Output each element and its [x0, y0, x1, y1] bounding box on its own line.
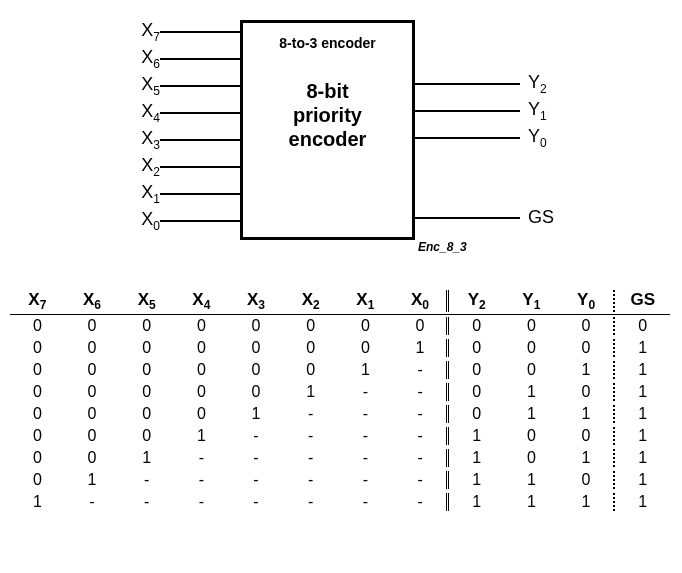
tt-cell: 1: [446, 493, 504, 511]
tt-cell: -: [283, 427, 338, 445]
tt-cell: 0: [504, 361, 559, 379]
tt-cell: 1: [559, 449, 614, 467]
tt-cell-gs: 1: [613, 471, 670, 489]
tt-cell: 0: [504, 427, 559, 445]
tt-header-cell: X5: [119, 290, 174, 312]
tt-cell: -: [393, 493, 448, 511]
tt-cell: 0: [504, 449, 559, 467]
tt-cell: 0: [174, 339, 229, 357]
tt-cell-gs: 1: [613, 493, 670, 511]
tt-cell: 0: [559, 471, 614, 489]
tt-header-cell: X2: [283, 290, 338, 312]
tt-cell: 0: [174, 361, 229, 379]
tt-header-cell: X1: [338, 290, 393, 312]
tt-cell: -: [283, 471, 338, 489]
wire-out: [415, 83, 520, 85]
tt-cell: 1: [283, 383, 338, 401]
tt-cell: 1: [174, 427, 229, 445]
table-row: 0000001-0011: [10, 359, 670, 381]
wire-in: [160, 139, 240, 141]
tt-header-cell: X0: [393, 290, 448, 312]
tt-cell: 0: [446, 339, 504, 357]
tt-cell: 0: [283, 317, 338, 335]
box-subtitle-3: encoder: [243, 127, 412, 151]
tt-cell: 1: [559, 361, 614, 379]
output-label: Y2: [528, 72, 547, 96]
truth-table: X7X6X5X4X3X2X1X0Y2Y1Y0GS 000000000000000…: [10, 290, 670, 513]
input-label: X5: [130, 74, 160, 98]
tt-cell: 1: [338, 361, 393, 379]
tt-cell: 0: [119, 361, 174, 379]
tt-cell: 1: [393, 339, 448, 357]
tt-cell: -: [338, 405, 393, 423]
tt-cell: 0: [65, 383, 120, 401]
output-line-y2: Y2: [415, 70, 547, 97]
tt-cell: -: [283, 449, 338, 467]
tt-cell: 0: [174, 383, 229, 401]
input-label: X3: [130, 128, 160, 152]
tt-cell-gs: 0: [613, 317, 670, 335]
tt-cell: 1: [559, 493, 614, 511]
output-line-y1: Y1: [415, 97, 547, 124]
tt-cell: 1: [504, 383, 559, 401]
input-label: X2: [130, 155, 160, 179]
input-line-x4: X4: [130, 99, 240, 126]
tt-cell: 1: [504, 471, 559, 489]
tt-cell: -: [338, 493, 393, 511]
tt-cell: -: [283, 493, 338, 511]
tt-header-cell: X3: [229, 290, 284, 312]
tt-cell: -: [119, 493, 174, 511]
tt-cell-gs: 1: [613, 427, 670, 445]
tt-cell: -: [174, 471, 229, 489]
tt-cell: 0: [10, 361, 65, 379]
tt-cell: -: [174, 493, 229, 511]
wire-out: [415, 110, 520, 112]
tt-cell: -: [119, 471, 174, 489]
tt-cell: -: [393, 449, 448, 467]
tt-cell: 1: [446, 449, 504, 467]
tt-cell: 0: [446, 405, 504, 423]
input-line-x5: X5: [130, 72, 240, 99]
tt-cell: 0: [446, 361, 504, 379]
table-row: 000001--0101: [10, 381, 670, 403]
tt-cell: 0: [119, 317, 174, 335]
tt-cell: 0: [119, 339, 174, 357]
tt-cell: 0: [446, 317, 504, 335]
tt-cell: -: [229, 449, 284, 467]
tt-cell: -: [393, 405, 448, 423]
tt-cell: 0: [559, 427, 614, 445]
tt-cell: 0: [446, 383, 504, 401]
tt-cell: 0: [229, 339, 284, 357]
tt-cell: 0: [559, 317, 614, 335]
tt-cell: 0: [10, 317, 65, 335]
tt-cell: 0: [65, 317, 120, 335]
input-label: X0: [130, 209, 160, 233]
tt-cell: -: [65, 493, 120, 511]
tt-cell: -: [338, 383, 393, 401]
tt-cell: -: [338, 427, 393, 445]
input-line-x2: X2: [130, 153, 240, 180]
tt-cell: 1: [229, 405, 284, 423]
tt-header-cell: Y1: [504, 290, 559, 312]
label-gs: GS: [528, 207, 554, 228]
tt-header-cell: Y0: [559, 290, 614, 312]
tt-cell-gs: 1: [613, 361, 670, 379]
output-line-y0: Y0: [415, 124, 547, 151]
tt-header-cell-gs: GS: [613, 290, 670, 312]
truth-table-body: 0000000000000000000100010000001-00110000…: [10, 315, 670, 513]
tt-cell: 1: [10, 493, 65, 511]
wire-out-gs: [415, 217, 520, 219]
truth-table-header: X7X6X5X4X3X2X1X0Y2Y1Y0GS: [10, 290, 670, 315]
tt-cell: 0: [504, 339, 559, 357]
box-subtitle-1: 8-bit: [243, 79, 412, 103]
tt-cell: 1: [504, 405, 559, 423]
table-row: 001-----1011: [10, 447, 670, 469]
tt-cell-gs: 1: [613, 405, 670, 423]
input-line-x6: X6: [130, 45, 240, 72]
wire-in: [160, 85, 240, 87]
input-label: X6: [130, 47, 160, 71]
tt-cell: -: [229, 427, 284, 445]
tt-header-cell: X6: [65, 290, 120, 312]
tt-cell-gs: 1: [613, 339, 670, 357]
tt-cell: 0: [504, 317, 559, 335]
